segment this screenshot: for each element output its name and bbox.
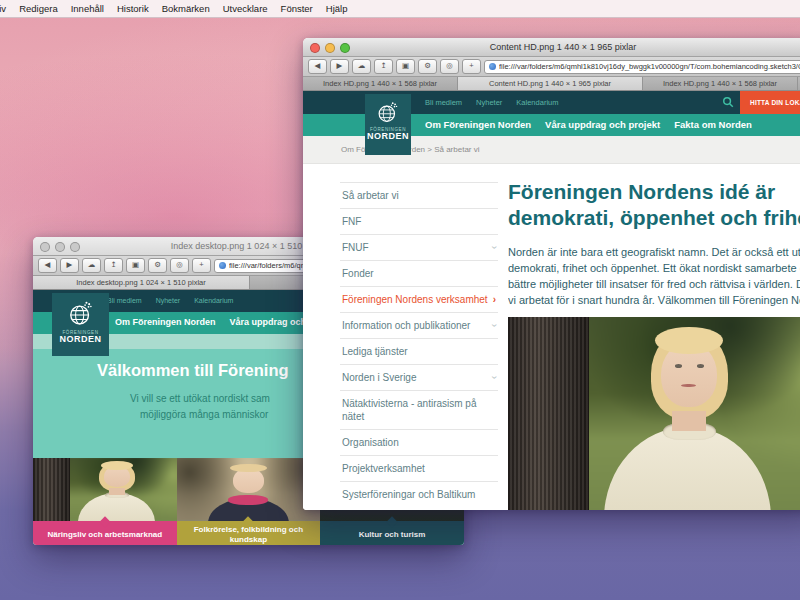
find-local-association-button[interactable]: HITTA DIN LOKALA F bbox=[740, 91, 800, 114]
front-window-tabbar: Index HD.png 1 440 × 1 568 pixlarContent… bbox=[303, 77, 800, 91]
page-title-line: demokrati, öppenhet och frihet bbox=[508, 205, 800, 231]
front-window-page: Bli medlemNyheterKalendarium HITTA DIN L… bbox=[303, 91, 800, 510]
sidebar-menu: Så arbetar vi FNF FNUF › Fonder F bbox=[340, 182, 498, 507]
chevron-icon: › bbox=[488, 246, 501, 249]
hero-text-line: möjliggöra många människor bbox=[140, 409, 268, 420]
photo-woman-with-scarf bbox=[177, 458, 321, 521]
menu-item[interactable]: Innehåll bbox=[71, 3, 104, 14]
article: Föreningen Nordens idé är demokrati, öpp… bbox=[508, 179, 800, 510]
photo-woman-by-tree bbox=[508, 317, 800, 510]
front-window-toolbar: ◀▶☁↥▣⚙◎+ file:///var/folders/m6/qmhl1k81… bbox=[303, 57, 800, 77]
main-nav: Om Föreningen NordenVåra uppdrag och pro… bbox=[115, 317, 305, 327]
utility-nav-link[interactable]: Bli medlem bbox=[425, 98, 462, 107]
tools-button[interactable]: ⚙ bbox=[418, 59, 437, 74]
cloud-sync-button[interactable]: ☁ bbox=[82, 258, 101, 273]
main-nav-link[interactable]: Fakta om Norden bbox=[674, 119, 752, 130]
globe-icon bbox=[375, 99, 401, 125]
browser-tab[interactable]: Index HD.png 1 440 × 1 568 pixlar bbox=[303, 77, 458, 90]
sidebar-item[interactable]: FNUF › bbox=[340, 234, 498, 260]
forward-button[interactable]: ▶ bbox=[60, 258, 79, 273]
utility-nav: Bli medlemNyheterKalendarium bbox=[107, 297, 233, 304]
category-label[interactable]: Kultur och turism bbox=[320, 521, 464, 545]
back-button[interactable]: ◀ bbox=[38, 258, 57, 273]
forward-button[interactable]: ▶ bbox=[330, 59, 349, 74]
hero-heading: Välkommen till Förening bbox=[97, 361, 289, 380]
utility-nav-link[interactable]: Kalendarium bbox=[194, 297, 233, 304]
content-area: Så arbetar vi FNF FNUF › Fonder F bbox=[303, 164, 800, 510]
new-tab-button[interactable]: + bbox=[192, 258, 211, 273]
browser-tab[interactable]: Index HD.png 1 440 × 1 568 pixlar bbox=[643, 77, 798, 90]
minimize-button[interactable] bbox=[325, 43, 335, 53]
url-text: file:///var/folders/m6/qmhl1k810vj16dy_b… bbox=[499, 62, 800, 71]
tools-button[interactable]: ⚙ bbox=[148, 258, 167, 273]
main-nav: Om Föreningen NordenVåra uppdrag och pro… bbox=[425, 119, 800, 130]
menu-items: ArkivRedigeraInnehållHistorikBokmärkenUt… bbox=[0, 3, 347, 14]
utility-nav-link[interactable]: Nyheter bbox=[156, 297, 181, 304]
sidebar-item[interactable]: Organisation bbox=[340, 429, 498, 455]
panels-button[interactable]: ▣ bbox=[396, 59, 415, 74]
category-labels-row: Näringsliv och arbetsmarknadFolkrörelse,… bbox=[33, 521, 464, 545]
window-title: Content HD.png 1 440 × 1 965 pixlar bbox=[490, 42, 636, 52]
menu-item[interactable]: Arkiv bbox=[0, 3, 6, 14]
zoom-button[interactable] bbox=[70, 242, 80, 252]
opera-menu-button[interactable]: ◎ bbox=[440, 59, 459, 74]
share-button[interactable]: ↥ bbox=[374, 59, 393, 74]
menu-item[interactable]: Bokmärken bbox=[162, 3, 210, 14]
main-nav-link[interactable]: Våra uppdrag och proj bbox=[230, 317, 305, 327]
close-button[interactable] bbox=[310, 43, 320, 53]
cloud-sync-button[interactable]: ☁ bbox=[352, 59, 371, 74]
intro-paragraph: Norden är inte bara ett geografiskt namn… bbox=[508, 244, 800, 308]
address-bar[interactable]: file:///var/folders/m6/qmhl1k810vj16dy_b… bbox=[484, 60, 800, 74]
share-button[interactable]: ↥ bbox=[104, 258, 123, 273]
category-label[interactable]: Näringsliv och arbetsmarknad bbox=[33, 521, 177, 545]
main-nav-link[interactable]: Våra uppdrag och projekt bbox=[545, 119, 660, 130]
menu-item[interactable]: Redigera bbox=[19, 3, 58, 14]
minimize-button[interactable] bbox=[55, 242, 65, 252]
utility-nav: Bli medlemNyheterKalendarium bbox=[425, 98, 558, 107]
sidebar-item[interactable]: Lediga tjänster bbox=[340, 338, 498, 364]
window-controls bbox=[40, 242, 80, 252]
close-button[interactable] bbox=[40, 242, 50, 252]
utility-nav-link[interactable]: Kalendarium bbox=[516, 98, 558, 107]
sidebar-item[interactable]: Så arbetar vi bbox=[340, 182, 498, 208]
hero-text-line: Vi vill se ett utökat nordiskt sam bbox=[130, 393, 270, 404]
sidebar-item[interactable]: Nätaktivisterna - antirasism på nätet bbox=[340, 390, 498, 429]
menu-item[interactable]: Utvecklare bbox=[223, 3, 268, 14]
sidebar-item[interactable]: Fonder bbox=[340, 260, 498, 286]
site-logo[interactable]: FÖRENINGEN NORDEN bbox=[52, 293, 109, 356]
window-controls bbox=[310, 43, 350, 53]
main-nav-link[interactable]: Om Föreningen Norden bbox=[115, 317, 216, 327]
main-nav-link[interactable]: Om Föreningen Norden bbox=[425, 119, 531, 130]
category-label[interactable]: Folkrörelse, folkbildning och kundskap bbox=[177, 521, 321, 545]
browser-tab[interactable]: Index desktop.png 1 024 × 1 510 pixlar bbox=[33, 276, 250, 289]
utility-nav-link[interactable]: Bli medlem bbox=[107, 297, 142, 304]
file-favicon bbox=[219, 262, 226, 269]
photo-woman-by-tree bbox=[33, 458, 177, 521]
page-title-line: Föreningen Nordens idé är bbox=[508, 179, 800, 205]
search-icon[interactable] bbox=[722, 96, 735, 109]
zoom-button[interactable] bbox=[340, 43, 350, 53]
menu-item[interactable]: Historik bbox=[117, 3, 149, 14]
new-tab-button[interactable]: + bbox=[462, 59, 481, 74]
logo-text-large: NORDEN bbox=[59, 335, 101, 344]
site-logo[interactable]: FÖRENINGEN NORDEN bbox=[365, 94, 411, 155]
file-favicon bbox=[489, 63, 496, 70]
sidebar-item[interactable]: Information och publikationer › bbox=[340, 312, 498, 338]
chevron-icon: › bbox=[488, 324, 501, 327]
chevron-icon: › bbox=[488, 376, 501, 379]
utility-nav-link[interactable]: Nyheter bbox=[476, 98, 502, 107]
logo-text-large: NORDEN bbox=[367, 132, 409, 141]
browser-tab[interactable]: Content HD.png 1 440 × 1 965 pixlar bbox=[458, 77, 643, 90]
menu-item[interactable]: Hjälp bbox=[326, 3, 348, 14]
sidebar-item[interactable]: FNF bbox=[340, 208, 498, 234]
front-window-titlebar[interactable]: Content HD.png 1 440 × 1 965 pixlar bbox=[303, 38, 800, 57]
globe-icon bbox=[66, 298, 96, 328]
back-button[interactable]: ◀ bbox=[308, 59, 327, 74]
sidebar-item[interactable]: Projektverksamhet bbox=[340, 455, 498, 481]
sidebar-item[interactable]: Föreningen Nordens verksamhet › bbox=[340, 286, 498, 312]
sidebar-item[interactable]: Norden i Sverige › bbox=[340, 364, 498, 390]
panels-button[interactable]: ▣ bbox=[126, 258, 145, 273]
menu-item[interactable]: Fönster bbox=[281, 3, 313, 14]
opera-menu-button[interactable]: ◎ bbox=[170, 258, 189, 273]
sidebar-item[interactable]: Systerföreningar och Baltikum bbox=[340, 481, 498, 507]
